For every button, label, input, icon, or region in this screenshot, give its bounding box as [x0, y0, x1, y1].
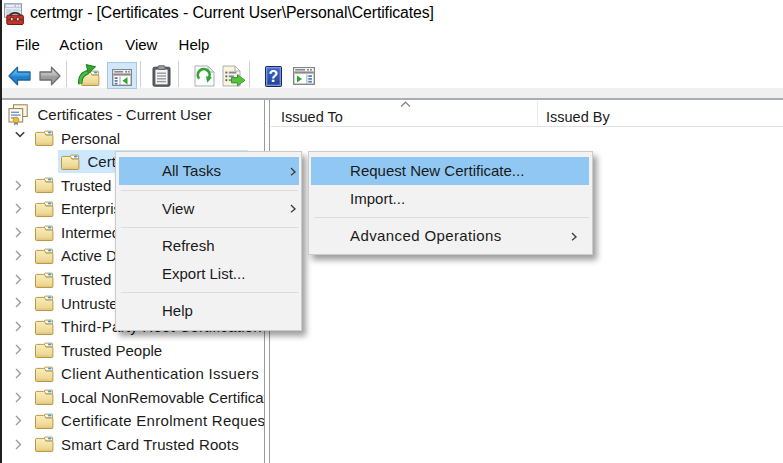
- svg-text:?: ?: [268, 68, 278, 85]
